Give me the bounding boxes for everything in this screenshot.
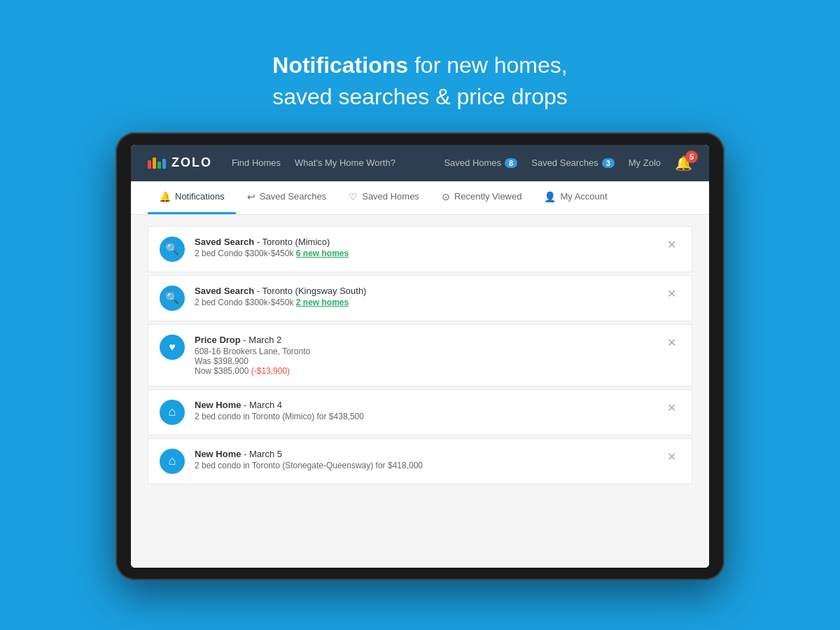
notif-detail: 608-16 Brookers Lane, Toronto Was $398,9… <box>195 346 653 376</box>
saved-homes-badge: 8 <box>505 158 517 168</box>
nav-right: Saved Homes 8 Saved Searches 3 My Zolo 🔔… <box>444 155 692 172</box>
tablet-screen: ZOLO Find Homes What's My Home Worth? Sa… <box>131 145 709 568</box>
notif-title: New Home - March 5 <box>195 449 653 459</box>
close-icon-4[interactable]: ✕ <box>663 400 680 416</box>
notification-item: ⌂ New Home - March 5 2 bed condo in Toro… <box>148 438 692 484</box>
logo-text: ZOLO <box>172 155 212 170</box>
notif-body: Price Drop - March 2 608-16 Brookers Lan… <box>195 335 653 376</box>
price-drop-address: 608-16 Brookers Lane, Toronto <box>195 346 653 356</box>
tablet-wrapper: ZOLO Find Homes What's My Home Worth? Sa… <box>115 132 724 580</box>
headline: Notifications for new homes, saved searc… <box>272 50 568 113</box>
notif-body: New Home - March 5 2 bed condo in Toront… <box>195 449 653 470</box>
notif-body: New Home - March 4 2 bed condo in Toront… <box>195 400 653 421</box>
saved-searches-badge: 3 <box>602 158 615 168</box>
notif-detail: 2 bed condo in Toronto (Mimico) for $438… <box>195 412 653 421</box>
close-icon-3[interactable]: ✕ <box>663 335 680 351</box>
bell-wrapper[interactable]: 🔔 5 <box>675 155 692 172</box>
my-zolo-link[interactable]: My Zolo <box>629 158 661 168</box>
new-homes-link-1-text[interactable]: 6 new homes <box>296 248 349 258</box>
search-icon: 🔍 <box>160 286 185 311</box>
tab-bar: 🔔 Notifications ↩ Saved Searches ♡ Saved… <box>131 181 709 215</box>
bar3-icon <box>158 162 161 169</box>
saved-homes-tab-label: Saved Homes <box>362 191 419 202</box>
search-icon: 🔍 <box>160 237 185 262</box>
notification-item: ⌂ New Home - March 4 2 bed condo in Toro… <box>148 389 692 435</box>
notification-item: 🔍 Saved Search - Toronto (Mimico) 2 bed … <box>148 226 692 272</box>
close-icon-1[interactable]: ✕ <box>663 237 680 253</box>
close-icon-2[interactable]: ✕ <box>663 286 680 302</box>
saved-homes-tab-icon: ♡ <box>349 191 358 202</box>
saved-searches-link[interactable]: Saved Searches 3 <box>531 158 615 168</box>
home-icon: ⌂ <box>160 449 185 474</box>
bar2-icon <box>153 158 156 169</box>
new-homes-link-2-text[interactable]: 2 new homes <box>296 298 349 307</box>
saved-searches-tab-label: Saved Searches <box>260 191 326 202</box>
nav-links: Find Homes What's My Home Worth? <box>232 158 444 168</box>
close-icon-5[interactable]: ✕ <box>663 449 680 465</box>
logo-bars <box>148 158 166 169</box>
recently-viewed-tab-icon: ⊙ <box>442 191 450 202</box>
notification-item: ♥ Price Drop - March 2 608-16 Brookers L… <box>148 324 692 386</box>
notif-title: Saved Search - Toronto (Mimico) <box>195 237 653 247</box>
notif-title: New Home - March 4 <box>195 400 653 410</box>
my-account-tab-icon: 👤 <box>544 191 556 202</box>
notif-body: Saved Search - Toronto (Kingsway South) … <box>195 286 653 307</box>
recently-viewed-tab-label: Recently Viewed <box>454 191 522 202</box>
bar1-icon <box>148 160 151 169</box>
notif-title: Saved Search - Toronto (Kingsway South) <box>195 286 653 296</box>
saved-homes-link[interactable]: Saved Homes 8 <box>444 158 517 168</box>
heart-icon: ♥ <box>160 335 185 360</box>
saved-searches-label: Saved Searches <box>531 158 598 168</box>
home-icon: ⌂ <box>160 400 185 425</box>
logo-area: ZOLO <box>148 155 212 170</box>
top-nav: ZOLO Find Homes What's My Home Worth? Sa… <box>131 145 709 181</box>
saved-searches-tab-icon: ↩ <box>247 191 255 202</box>
notif-detail: 2 bed Condo $300k-$450k 6 new homes <box>195 248 653 258</box>
notif-detail: 2 bed condo in Toronto (Stonegate-Queens… <box>195 461 653 470</box>
tab-notifications[interactable]: 🔔 Notifications <box>148 181 236 214</box>
notif-body: Saved Search - Toronto (Mimico) 2 bed Co… <box>195 237 653 258</box>
content-area: 🔍 Saved Search - Toronto (Mimico) 2 bed … <box>131 215 709 568</box>
tab-saved-homes[interactable]: ♡ Saved Homes <box>337 181 430 214</box>
bar4-icon <box>162 159 166 169</box>
notif-detail: 2 bed Condo $300k-$450k 2 new homes <box>195 298 653 307</box>
tab-recently-viewed[interactable]: ⊙ Recently Viewed <box>430 181 533 214</box>
nav-home-worth[interactable]: What's My Home Worth? <box>295 158 396 168</box>
price-drop-was: Was $398,900 <box>195 356 653 366</box>
notifications-tab-label: Notifications <box>175 191 225 202</box>
bell-badge: 5 <box>685 150 698 163</box>
my-account-tab-label: My Account <box>560 191 607 202</box>
price-drop-now: Now $385,000 (-$13,900) <box>195 366 653 376</box>
tab-my-account[interactable]: 👤 My Account <box>533 181 618 214</box>
notif-title: Price Drop - March 2 <box>195 335 653 345</box>
price-drop-amount: (-$13,900) <box>251 366 290 376</box>
notifications-tab-icon: 🔔 <box>159 191 171 202</box>
nav-find-homes[interactable]: Find Homes <box>232 158 281 168</box>
saved-homes-label: Saved Homes <box>444 158 501 168</box>
tab-saved-searches[interactable]: ↩ Saved Searches <box>236 181 337 214</box>
notification-item: 🔍 Saved Search - Toronto (Kingsway South… <box>148 275 692 321</box>
